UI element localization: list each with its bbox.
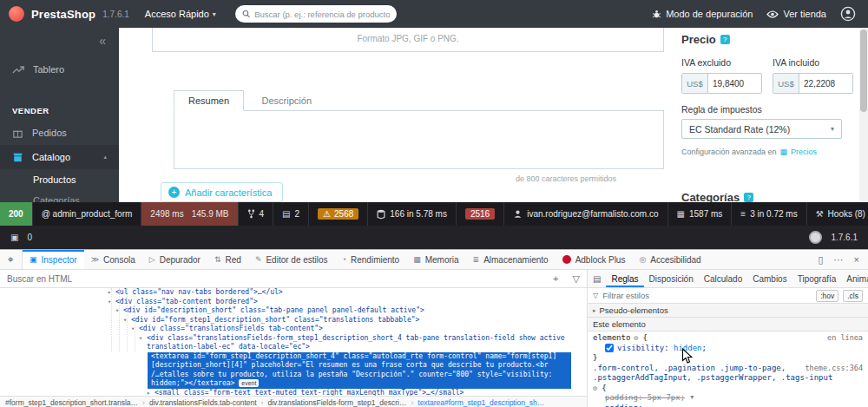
- new-node-button[interactable]: +: [546, 273, 565, 284]
- user-cell[interactable]: ivan.rodriguez@farmalisto.com.co: [504, 202, 667, 226]
- tab-summary[interactable]: Resumen: [174, 90, 244, 111]
- markup-node[interactable]: ▸<small class="form-text text-muted text…: [0, 389, 587, 397]
- tab-style-editor[interactable]: ✎Editor de estilos: [248, 250, 335, 269]
- devtools-menu-button[interactable]: ⋯: [829, 254, 849, 266]
- twisty-icon[interactable]: ▾: [131, 325, 139, 334]
- tab-rules[interactable]: Reglas: [606, 270, 643, 287]
- tab-console[interactable]: ≫Consola: [84, 250, 142, 269]
- css-declaration[interactable]: visibility: hidden;: [593, 344, 863, 354]
- breadcrumb-item-selected[interactable]: textarea#form_step1_description_sh…: [418, 398, 544, 407]
- twisty-icon[interactable]: ▾: [108, 298, 115, 307]
- tab-description[interactable]: Descripción: [248, 91, 326, 110]
- css-declaration-overridden[interactable]: padding: 5px 7px; ▼: [593, 393, 863, 404]
- sidebar-item-products[interactable]: Productos: [0, 169, 119, 190]
- sidebar-item-catalog[interactable]: Catalogo ▴: [0, 145, 119, 169]
- filter-styles-input[interactable]: Filtrar estilos: [602, 291, 812, 300]
- image-dropzone[interactable]: Formato JPG, GIF o PNG.: [152, 28, 664, 52]
- files-cell[interactable]: ▤ 2: [273, 202, 309, 226]
- scrollbar-thumb[interactable]: [860, 30, 867, 112]
- sidebar-panel-tabs: ▤ Reglas Disposición Calculado Cambios T…: [587, 270, 868, 288]
- breadcrumb-item[interactable]: div.translationsFields.tab-content: [149, 398, 257, 407]
- twisty-icon[interactable]: ▾: [115, 306, 123, 316]
- tab-fonts[interactable]: Tipografía: [792, 270, 842, 287]
- tab-network[interactable]: ⇅Red: [207, 250, 248, 269]
- twisty-icon[interactable]: ▸: [147, 389, 155, 397]
- product-form: Formato JPG, GIF o PNG. Resumen Descripc…: [119, 28, 859, 202]
- css-rule-selector[interactable]: .form-control, .pagination .jump-to-page…: [593, 364, 863, 374]
- toggle-pane-icon[interactable]: ▤: [588, 270, 606, 287]
- class-toggle-button[interactable]: .cls: [843, 290, 863, 302]
- css-rule-selector[interactable]: .pstaggerAddTagInput, .pstaggerWrapper, …: [593, 373, 863, 384]
- tab-storage[interactable]: ≣Almacenamiento: [466, 250, 556, 269]
- tab-performance[interactable]: ◔Rendimiento: [335, 250, 407, 269]
- property-toggle-checkbox[interactable]: [605, 344, 614, 352]
- markup-node[interactable]: ▸<ul class="nav nav-tabs bordered">…</ul…: [0, 288, 587, 298]
- debug-mode-button[interactable]: Modo de depuración: [652, 9, 753, 19]
- price-tax-included-input[interactable]: US$ 22,2208: [773, 73, 853, 94]
- tax-rule-label: Regla de impuestos: [681, 104, 859, 115]
- overridden-filter-icon[interactable]: ▼: [690, 393, 694, 404]
- tab-inspector[interactable]: ▣Inspector: [23, 250, 84, 269]
- pseudo-elements-header[interactable]: ▸ Pseudo-elementos: [588, 304, 868, 318]
- markup-node[interactable]: ▾<div class="translationsFields tab-cont…: [0, 325, 587, 334]
- profile-menu-button[interactable]: [840, 6, 856, 22]
- html-search-bar[interactable]: Buscar en HTML + ▽: [0, 270, 587, 288]
- node-picker-button[interactable]: ⌖: [0, 250, 23, 269]
- view-shop-button[interactable]: Ver tienda: [766, 9, 826, 19]
- breadcrumb-item[interactable]: #form_step1_description_short.transla…: [5, 398, 138, 407]
- blocks-cell[interactable]: ▦ 1587 ms: [668, 202, 733, 226]
- currency-prefix: US$: [682, 74, 708, 93]
- inline-style-rule[interactable]: elemento ⚙ { en línea: [593, 333, 863, 344]
- devtools-close-button[interactable]: ×: [849, 254, 865, 265]
- tab-debugger[interactable]: ▷Depurador: [142, 250, 207, 269]
- add-feature-button[interactable]: + Añadir característica: [161, 182, 283, 202]
- performance-cell[interactable]: 2498 ms 145.9 MB: [141, 202, 238, 226]
- sidebar-collapse-button[interactable]: «: [99, 34, 106, 48]
- prices-link[interactable]: Precios: [791, 148, 817, 156]
- markup-node[interactable]: ▾<div class="tab-content bordered">: [0, 298, 587, 307]
- summary-textarea[interactable]: [174, 110, 664, 169]
- tab-layout[interactable]: Disposición: [644, 270, 699, 287]
- help-badge[interactable]: ?: [720, 35, 730, 44]
- sidebar-item-categories[interactable]: Categorías: [0, 190, 119, 202]
- hover-toggle-button[interactable]: :hov: [816, 290, 838, 302]
- sidebar-item-orders[interactable]: Pedidos: [0, 121, 119, 145]
- tax-rule-select[interactable]: EC Standard Rate (12%) ▾: [681, 119, 842, 139]
- separate-window-button[interactable]: ▯: [813, 254, 829, 266]
- warnings-cell[interactable]: ⚠ 2568: [309, 202, 368, 226]
- tab-changes[interactable]: Cambios: [747, 270, 792, 287]
- markup-node[interactable]: translation-label-ec" data-locale="ec">: [0, 343, 587, 352]
- tab-accessibility[interactable]: ◎Accesibilidad: [632, 250, 707, 269]
- css-declaration[interactable]: padding:: [593, 404, 863, 407]
- event-badge[interactable]: event: [239, 379, 259, 387]
- markup-node[interactable]: ▾<div id="form_step1_description_short" …: [0, 316, 587, 325]
- twisty-icon[interactable]: ▾: [139, 334, 147, 344]
- stylesheet-link[interactable]: theme.css:364: [799, 364, 863, 374]
- tab-animations[interactable]: Animaciones: [841, 270, 868, 287]
- sidebar-item-dashboard[interactable]: Tablero: [0, 57, 119, 82]
- profiler-version: 1.7.6.1: [831, 233, 858, 242]
- global-search-input[interactable]: Buscar (p. ej.: referencia de producto, …: [235, 5, 397, 23]
- quick-access-menu[interactable]: Acceso Rápido ▾: [145, 9, 216, 19]
- tab-computed[interactable]: Calculado: [699, 270, 747, 287]
- twisty-icon[interactable]: ▸: [108, 288, 115, 298]
- symfony-icon: [809, 231, 822, 244]
- filter-icon[interactable]: ▽: [566, 273, 587, 285]
- markup-node[interactable]: ▾<div id="description_short" class="tab-…: [0, 306, 587, 316]
- currency-prefix: US$: [773, 74, 799, 93]
- breadcrumb-item[interactable]: div.translationsFields-form_step1_descri…: [267, 398, 406, 407]
- tab-memory[interactable]: ▦Memoria: [406, 250, 465, 269]
- database-cell[interactable]: 166 in 5.78 ms: [368, 202, 457, 226]
- status-badge[interactable]: 200: [0, 202, 33, 226]
- selected-node[interactable]: <textarea id="form_step1_description_sho…: [148, 352, 571, 389]
- tab-adblock[interactable]: Adblock Plus: [556, 250, 633, 269]
- twisty-icon[interactable]: ▾: [123, 316, 131, 325]
- queries-cell[interactable]: ≡ 3 in 0.72 ms: [732, 202, 806, 226]
- price-tax-excluded-input[interactable]: US$ 19,8400: [681, 73, 762, 94]
- markup-node[interactable]: ▾<div class="translationsFields-form_ste…: [0, 334, 587, 344]
- route-cell[interactable]: @ admin_product_form: [33, 202, 142, 226]
- twig-cell[interactable]: 2516: [457, 202, 504, 226]
- hooks-cell[interactable]: ⚒ Hooks (8): [807, 202, 868, 226]
- fork-cell[interactable]: 4: [239, 202, 274, 226]
- help-badge[interactable]: ?: [744, 193, 753, 202]
